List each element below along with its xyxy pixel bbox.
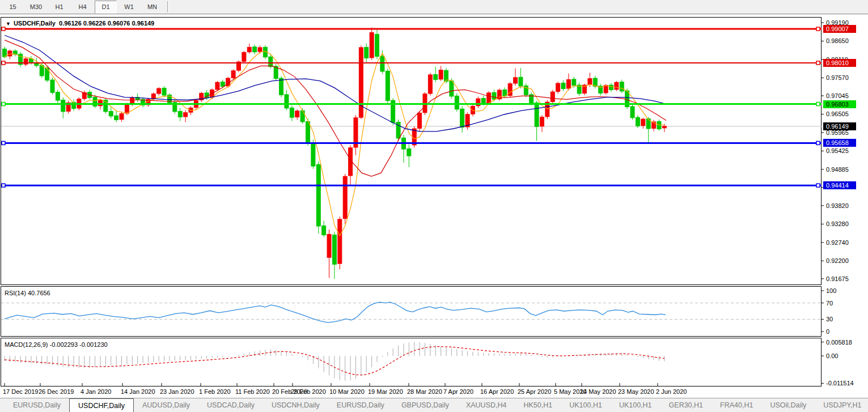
tab-item-fra40-h1[interactable]: FRA40,H1 [712,398,761,411]
candle-body [258,48,262,52]
price-badge: 0.99007 [823,25,856,33]
line-handle-left[interactable] [2,103,5,106]
candle-body [604,86,608,93]
macd-pane-border [1,338,822,386]
candle-body [450,81,454,96]
tab-item-xauusd-h4[interactable]: XAUUSD,H4 [458,398,515,411]
line-handle-right[interactable] [816,184,820,187]
tab-item-audusd-daily[interactable]: AUDUSD,Daily [134,398,198,411]
macd-axis-label: 0.005818 [826,339,852,346]
rsi-value: 40.7656 [28,290,50,296]
candle-body [56,92,60,100]
candle-body [460,109,464,127]
candle-body [375,34,379,56]
line-handle-right[interactable] [816,103,820,106]
line-handle-left[interactable] [2,184,5,187]
tab-item-eurusd-daily[interactable]: EURUSD,Daily [5,398,69,411]
timeframe-toolbar: 15M30H1H4D1W1MN [0,0,868,15]
rsi-axis-label: 100 [826,287,836,294]
candle-body [519,77,523,86]
candle-body [316,164,320,226]
chart-window: ▼USDCHF,Daily 0.96126 0.96226 0.96076 0.… [0,16,868,398]
timeframe-button-w1[interactable]: W1 [118,1,140,14]
timeframe-button-mn[interactable]: MN [141,1,163,14]
price-badge: 0.94414 [823,181,856,189]
price-axis-label: 0.95425 [826,147,849,154]
tab-item-hk50-h1[interactable]: HK50,H1 [515,398,561,411]
candle-body [471,106,475,114]
price-badge: 0.96803 [823,100,856,108]
candle-body [630,107,634,118]
date-label: 1 Feb 2020 [199,388,231,395]
candle-body [434,74,438,79]
candle-body [221,82,225,87]
candle-body [178,111,182,117]
date-label: 14 May 2020 [580,388,616,395]
tab-item-gbpusd-daily[interactable]: GBPUSD,Daily [393,398,458,411]
price-axis-label: 0.92200 [826,257,849,264]
line-handle-left[interactable] [2,61,5,65]
line-handle-right[interactable] [816,141,820,145]
candle-body [184,113,188,117]
macd-values: -0.002293 -0.001230 [49,341,107,348]
candle-body [551,92,554,101]
timeframe-button-d1[interactable]: D1 [95,1,117,14]
timeframe-button-h1[interactable]: H1 [48,1,70,14]
chart-canvas[interactable] [0,16,868,398]
candle-body [3,49,7,57]
candle-body [215,82,219,90]
candle-body [130,97,134,104]
line-handle-right[interactable] [816,27,820,31]
tab-item-usdcnh-daily[interactable]: USDCNH,Daily [263,398,328,411]
timeframe-button-m30[interactable]: M30 [25,1,47,14]
candle-body [380,56,384,71]
candle-body [386,71,389,100]
tab-item-usoil-daily[interactable]: USOil,Daily [761,398,815,411]
tab-item-ger30-h1[interactable]: GER30,H1 [660,398,712,411]
tab-item-uk100-h1[interactable]: UK100,H1 [611,398,660,411]
line-handle-left[interactable] [2,141,5,145]
candle-body [540,117,544,126]
tab-item-eurusd-daily[interactable]: EURUSD,Daily [328,398,393,411]
price-axis-label: 0.92740 [826,239,849,246]
line-handle-right[interactable] [816,61,820,65]
price-badge: 0.95658 [823,139,856,147]
rsi-axis-label: 30 [826,316,833,322]
candle-body [556,83,560,91]
price-axis-label: 0.98650 [826,37,849,44]
candle-body [242,52,246,61]
candle-body [428,75,432,94]
candle-body [407,148,411,156]
date-label: 14 Jan 2020 [121,388,155,395]
candle-body [322,226,326,235]
tab-item-uk100-h1[interactable]: UK100,H1 [561,398,611,411]
tab-item-usdchf-daily[interactable]: USDCHF,Daily [69,398,134,412]
price-badge: 0.96149 [823,122,856,130]
tab-item-usdcad-daily[interactable]: USDCAD,Daily [198,398,263,411]
candle-body [615,82,619,90]
candle-body [636,117,640,126]
macd-axis-label: -0.011514 [826,380,854,386]
line-handle-left[interactable] [2,27,5,31]
macd-axis-label: 0.00 [826,352,838,359]
candle-body [45,68,49,80]
candle-body [418,113,422,128]
date-label: 7 Apr 2020 [443,388,473,395]
date-label: 17 Dec 2019 [3,388,38,395]
candle-body [609,85,613,90]
dropdown-arrow-icon[interactable]: ▼ [6,21,11,27]
chart-title: ▼USDCHF,Daily 0.96126 0.96226 0.96076 0.… [6,20,154,27]
price-axis-label: 0.93820 [826,202,849,209]
date-label: 29 Feb 2020 [291,388,326,395]
mt4-window: 15M30H1H4D1W1MN ▼USDCHF,Daily 0.96126 0.… [0,0,868,412]
timeframe-button-h4[interactable]: H4 [71,1,94,14]
candle-body [487,93,491,103]
tab-item-usdjpy-h1[interactable]: USDJPY,H1 [815,398,868,411]
candle-body [40,65,44,76]
candle-body [300,111,304,122]
date-label: 19 Mar 2020 [368,388,403,395]
candle-body [247,47,251,52]
timeframe-button-15[interactable]: 15 [2,1,24,14]
price-axis-label: 0.97045 [826,92,849,99]
candle-body [120,114,124,120]
